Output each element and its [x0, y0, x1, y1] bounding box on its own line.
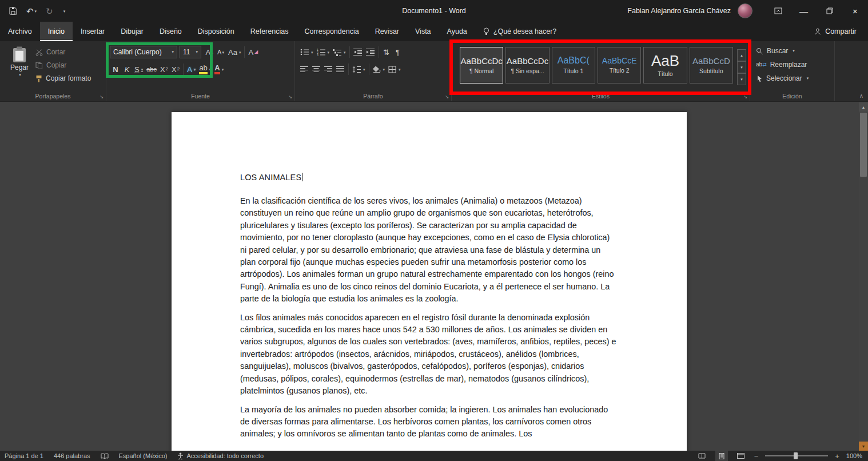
align-left-button[interactable] — [298, 63, 310, 75]
style-titulo[interactable]: AaB Título — [643, 47, 687, 84]
tell-me-box[interactable]: ¿Qué desea hacer? — [475, 22, 565, 41]
separator — [244, 46, 245, 58]
document-page[interactable]: LOS ANIMALES En la clasificación científ… — [172, 112, 687, 451]
read-mode-button[interactable] — [696, 451, 708, 461]
font-color-button[interactable]: A▾ — [213, 63, 225, 75]
customize-qat-button[interactable]: ▾ — [62, 9, 66, 13]
highlight-color-button[interactable]: ab▾ — [197, 63, 213, 75]
save-button[interactable] — [9, 7, 17, 15]
paste-button[interactable]: Pegar ▾ — [3, 45, 35, 84]
styles-scroll-up-button[interactable]: ▴ — [737, 49, 746, 61]
language-status[interactable]: Español (México) — [119, 452, 168, 459]
subscript-button[interactable]: X2 — [158, 63, 170, 75]
print-layout-button[interactable] — [715, 451, 728, 461]
replace-button[interactable]: ab⇄ Reemplazar — [756, 59, 831, 70]
tab-correspondencia[interactable]: Correspondencia — [296, 22, 367, 41]
bold-button[interactable]: N — [110, 63, 121, 75]
tab-disposicion[interactable]: Disposición — [190, 22, 242, 41]
tab-referencias[interactable]: Referencias — [242, 22, 297, 41]
copy-button[interactable]: Copiar — [35, 60, 91, 70]
tab-archivo[interactable]: Archivo — [0, 22, 40, 41]
scroll-down-button[interactable]: ▼ — [859, 442, 868, 451]
undo-button[interactable]: ↶▾ — [26, 7, 37, 15]
user-avatar[interactable] — [738, 3, 752, 18]
accessibility-status[interactable]: Accesibilidad: todo correcto — [177, 452, 264, 460]
document-canvas[interactable]: LOS ANIMALES En la clasificación científ… — [0, 102, 868, 451]
proofing-status[interactable] — [101, 453, 109, 459]
share-button[interactable]: Compartir — [803, 22, 868, 41]
ribbon-display-options-button[interactable] — [765, 0, 791, 22]
zoom-percentage[interactable]: 100% — [846, 452, 862, 459]
find-button[interactable]: Buscar ▾ — [756, 46, 831, 56]
tab-diseno[interactable]: Diseño — [152, 22, 190, 41]
zoom-slider-thumb[interactable] — [794, 452, 798, 459]
redo-button[interactable]: ↻ — [46, 7, 53, 15]
restore-button[interactable] — [817, 0, 842, 22]
tab-revisar[interactable]: Revisar — [367, 22, 407, 41]
account-name[interactable]: Fabian Alejandro García Chávez — [627, 7, 731, 15]
select-button[interactable]: Seleccionar ▾ — [756, 73, 831, 84]
style-subtitulo[interactable]: AaBbCcD Subtítulo — [690, 47, 733, 84]
minimize-button[interactable]: — — [791, 0, 817, 22]
borders-button[interactable]: ▾ — [387, 63, 403, 75]
dialog-launcher-icon[interactable]: ↘ — [99, 95, 103, 100]
vertical-scrollbar[interactable]: ▲ ▼ — [859, 102, 868, 451]
change-case-button[interactable]: Aa▾ — [226, 46, 242, 58]
select-caret-icon: ▾ — [807, 76, 809, 81]
format-painter-button[interactable]: Copiar formato — [35, 73, 91, 84]
superscript-button[interactable]: X2 — [170, 63, 181, 75]
increase-indent-button[interactable] — [364, 46, 377, 58]
dialog-launcher-icon[interactable]: ↘ — [743, 95, 747, 100]
styles-more-button[interactable]: ▾ — [737, 73, 746, 85]
dialog-launcher-icon[interactable]: ↘ — [445, 95, 449, 100]
scrollbar-thumb[interactable] — [860, 113, 867, 177]
word-count[interactable]: 446 palabras — [54, 452, 90, 459]
styles-scroll-down-button[interactable]: ▾ — [737, 61, 746, 73]
sort-button[interactable]: ⇅ — [381, 46, 392, 58]
text-effects-button[interactable]: A▾ — [185, 63, 197, 75]
shading-button[interactable]: ▾ — [371, 63, 387, 75]
tab-inicio[interactable]: Inicio — [40, 22, 73, 41]
style-titulo-2[interactable]: AaBbCcE Título 2 — [598, 47, 641, 84]
underline-button[interactable]: S▾ — [133, 63, 145, 75]
multilevel-list-button[interactable]: ▾ — [331, 46, 348, 58]
tab-vista[interactable]: Vista — [407, 22, 439, 41]
scroll-up-button[interactable]: ▲ — [859, 102, 868, 112]
line-spacing-button[interactable]: ▾ — [351, 63, 367, 75]
zoom-out-button[interactable]: − — [754, 452, 759, 460]
zoom-in-button[interactable]: + — [835, 452, 839, 460]
style-normal[interactable]: AaBbCcDc ¶ Normal — [460, 47, 503, 84]
group-estilos: AaBbCcDc ¶ Normal AaBbCcDc ¶ Sin espa...… — [452, 41, 750, 101]
bullets-button[interactable]: ▾ — [298, 46, 315, 58]
font-name-combo[interactable]: Calibri (Cuerpo) ▾ — [110, 46, 177, 58]
customize-qat-icon: ▾ — [63, 9, 66, 13]
tab-dibujar[interactable]: Dibujar — [113, 22, 152, 41]
style-titulo-1[interactable]: AaBbC( Título 1 — [552, 47, 595, 84]
align-right-button[interactable] — [322, 63, 335, 75]
numbering-button[interactable]: 123 ▾ — [315, 46, 332, 58]
tab-insertar[interactable]: Insertar — [73, 22, 113, 41]
show-marks-button[interactable]: ¶ — [392, 46, 404, 58]
underline-caret-icon: ▾ — [141, 67, 144, 71]
collapse-ribbon-button[interactable]: ∧ — [859, 93, 863, 99]
grow-font-button[interactable]: A▴ — [204, 46, 215, 58]
dialog-launcher-icon[interactable]: ↘ — [288, 95, 292, 100]
shrink-font-button[interactable]: A▾ — [215, 46, 226, 58]
justify-button[interactable] — [335, 63, 347, 75]
clear-formatting-button[interactable]: A◢ — [246, 46, 260, 58]
cut-button[interactable]: Cortar — [35, 47, 91, 57]
font-size-combo[interactable]: 11 ▾ — [180, 46, 201, 58]
align-center-button[interactable] — [310, 63, 322, 75]
web-layout-button[interactable] — [735, 451, 747, 461]
page-count[interactable]: Página 1 de 1 — [5, 452, 43, 459]
decrease-indent-button[interactable] — [352, 46, 364, 58]
shrink-font-icon: A — [217, 49, 221, 55]
style-preview: AaBbC( — [558, 56, 590, 65]
close-button[interactable]: × — [842, 0, 868, 22]
strikethrough-button[interactable]: abc — [145, 63, 158, 75]
zoom-slider[interactable] — [765, 455, 828, 456]
style-sin-espaciado[interactable]: AaBbCcDc ¶ Sin espa... — [505, 47, 549, 84]
tab-ayuda[interactable]: Ayuda — [439, 22, 475, 41]
italic-button[interactable]: K — [121, 63, 133, 75]
superscript-icon: X — [172, 66, 177, 73]
